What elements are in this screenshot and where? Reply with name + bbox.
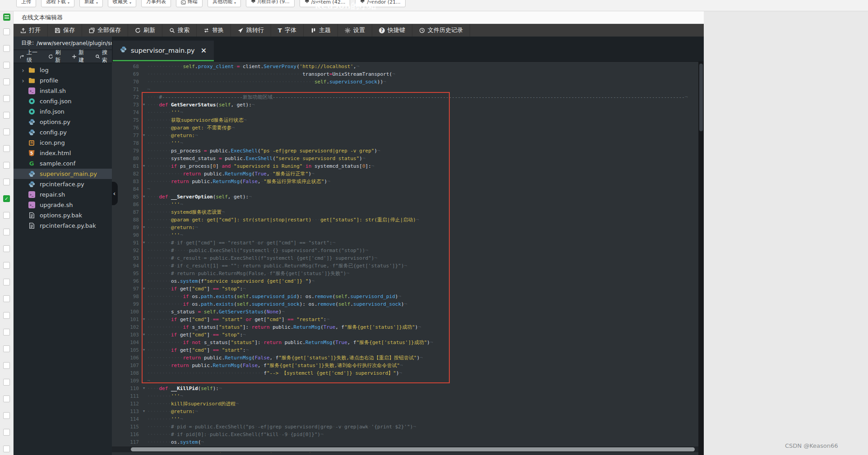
topbar-button-more-functions[interactable]: 其他功能▾ <box>208 0 241 7</box>
horizontal-scrollbar[interactable] <box>112 446 698 452</box>
directory-bar[interactable]: 目录: /www/server/panel/plugin/superv <box>14 37 112 50</box>
code-line-89[interactable]: 89▼········@return:¬ <box>112 224 698 231</box>
code-line-73[interactable]: 73▼····def·GetServerStatus(self,·get):¬ <box>112 101 698 109</box>
chevron-right-icon[interactable]: › <box>20 77 26 84</box>
code-line-97[interactable]: 97▼········if·get["cmd"]·==·"stop":¬ <box>112 285 698 293</box>
code-line-75[interactable]: 75········获取supervisord服务运行状态¬ <box>112 116 698 124</box>
file-checkbox-11[interactable] <box>3 212 10 219</box>
code-line-85[interactable]: 85▼····def·__ServerOption(self,·get):¬ <box>112 193 698 201</box>
refresh-button[interactable]: 刷新 <box>128 24 162 37</box>
code-line-115[interactable]: 115········#·pid·=·public.ExecShell("ps·… <box>112 423 698 431</box>
code-line-101[interactable]: 101▼········if·get["cmd"]·==·"start"·or·… <box>112 316 698 323</box>
file-checkbox-8[interactable] <box>3 162 10 169</box>
horizontal-scrollbar-thumb[interactable] <box>131 447 695 451</box>
tab-supervisor-main-py[interactable]: supervisor_main.py × <box>113 41 214 61</box>
code-line-74[interactable]: 74········'''¬ <box>112 109 698 116</box>
file-item-config.py[interactable]: config.py <box>14 127 112 138</box>
fold-arrow-icon[interactable]: ▼ <box>141 101 147 109</box>
file-checkbox-24[interactable] <box>3 429 10 436</box>
topbar-button-terminal[interactable]: 终端 <box>176 0 203 7</box>
code-line-86[interactable]: 86········'''¬ <box>112 201 698 208</box>
code-line-80[interactable]: 80········systemcd_status·=·public.ExecS… <box>112 155 698 162</box>
code-line-95[interactable]: 95········#·return·public.ReturnMsg(Fals… <box>112 270 698 277</box>
code-line-98[interactable]: 98············if·os.path.exists(self.sup… <box>112 293 698 300</box>
goto-line-button[interactable]: 跳转行 <box>231 24 271 37</box>
vertical-scrollbar-thumb[interactable] <box>699 64 703 131</box>
code-line-114[interactable]: 114········'''¬ <box>112 415 698 423</box>
topbar-button-remote-download[interactable]: 远程下载▾ <box>41 0 74 7</box>
file-item-supervisor_main.py[interactable]: supervisor_main.py <box>14 169 112 179</box>
file-item-rpcinterface.py.bak[interactable]: rpcinterface.py.bak <box>14 221 112 231</box>
topbar-button-new[interactable]: 新建▾ <box>79 0 103 7</box>
fold-arrow-icon[interactable]: ▼ <box>141 346 147 354</box>
code-line-100[interactable]: 100········s_status·=·self.GetServerStat… <box>112 308 698 316</box>
chevron-right-icon[interactable]: › <box>20 67 26 74</box>
code-line-116[interactable]: 116········#·if·pid[0]:·public.ExecShell… <box>112 431 698 438</box>
file-item-repair.sh[interactable]: >_repair.sh <box>14 189 112 200</box>
code-line-111[interactable]: 111········'''¬ <box>112 392 698 400</box>
fold-arrow-icon[interactable]: ▼ <box>141 285 147 293</box>
fold-arrow-icon[interactable]: ▼ <box>141 239 147 247</box>
file-checkbox-16[interactable] <box>3 295 10 302</box>
fold-arrow-icon[interactable]: ▼ <box>141 385 147 392</box>
code-line-109[interactable]: 109¬ <box>112 377 698 385</box>
fold-arrow-icon[interactable]: ▼ <box>141 193 147 201</box>
file-item-options.py.bak[interactable]: options.py.bak <box>14 210 112 221</box>
code-line-87[interactable]: 87········systemd服务状态设置¬ <box>112 208 698 216</box>
sidebar-action-new[interactable]: 新建 <box>72 49 88 64</box>
code-line-90[interactable]: 90········'''¬ <box>112 231 698 239</box>
file-item-upgrade.sh[interactable]: >_upgrade.sh <box>14 200 112 210</box>
code-line-112[interactable]: 112········kill掉supervisord的进程¬ <box>112 400 698 408</box>
file-checkbox-4[interactable] <box>3 95 10 102</box>
code-line-107[interactable]: 107········return·public.ReturnMsg(False… <box>112 362 698 369</box>
topbar-button-favorites[interactable]: 收藏夹▾ <box>108 0 136 7</box>
open-button[interactable]: 打开 <box>14 24 48 37</box>
file-checkbox-10[interactable]: ✓ <box>3 195 10 202</box>
code-line-102[interactable]: 102············if·s_status["status"]:·re… <box>112 323 698 331</box>
file-checkbox-21[interactable] <box>3 379 10 386</box>
file-item-info.json[interactable]: info.json <box>14 106 112 117</box>
save-button[interactable]: 保存 <box>48 24 82 37</box>
file-checkbox-3[interactable] <box>3 78 10 85</box>
vertical-scrollbar[interactable] <box>698 62 704 455</box>
panel-green-icon[interactable] <box>3 14 10 21</box>
code-line-68[interactable]: 68············self.proxy_client·=·client… <box>112 63 698 70</box>
file-checkbox-23[interactable] <box>3 412 10 419</box>
code-line-76[interactable]: 76········@param·get:·不需要传参¬ <box>112 124 698 132</box>
search-button[interactable]: 搜索 <box>162 24 197 37</box>
file-item-index.html[interactable]: 5index.html <box>14 148 112 158</box>
code-line-93[interactable]: 93········#·c_result·=·public.ExecShell(… <box>112 254 698 262</box>
fold-arrow-icon[interactable]: ▼ <box>141 316 147 323</box>
sidebar-action-up-level[interactable]: 上一级 <box>20 49 42 64</box>
theme-button[interactable]: 主题 <box>304 24 338 37</box>
file-item-options.py[interactable]: options.py <box>14 117 112 127</box>
code-line-70[interactable]: 70······································… <box>112 78 698 86</box>
file-item-config.json[interactable]: config.json <box>14 96 112 106</box>
code-line-69[interactable]: 69······································… <box>112 70 698 78</box>
sidebar-action-refresh[interactable]: 刷新 <box>48 49 65 64</box>
font-button[interactable]: T字体 <box>271 24 304 37</box>
code-line-84[interactable]: 84¬ <box>112 185 698 193</box>
settings-button[interactable]: 设置 <box>338 24 372 37</box>
file-checkbox-0[interactable] <box>3 28 10 35</box>
file-checkbox-12[interactable] <box>3 229 10 235</box>
replace-button[interactable]: 替换 <box>197 24 231 37</box>
code-line-99[interactable]: 99············if·os.path.exists(self.sup… <box>112 300 698 308</box>
fold-arrow-icon[interactable]: ▼ <box>141 408 147 415</box>
file-history-button[interactable]: 文件历史记录 <box>412 24 470 37</box>
code-line-113[interactable]: 113▼········@return:¬ <box>112 408 698 415</box>
code-line-81[interactable]: 81▼········if·ps_process[0]·and·"supervi… <box>112 162 698 170</box>
file-item-sample.conf[interactable]: Gsample.conf <box>14 158 112 169</box>
code-line-94[interactable]: 94········#·if·c_result[1]·==·"":·return… <box>112 262 698 270</box>
file-checkbox-20[interactable] <box>3 362 10 369</box>
fold-arrow-icon[interactable]: ▼ <box>141 331 147 339</box>
code-line-71[interactable]: 71¬ <box>112 86 698 93</box>
code-line-104[interactable]: 104············if·not·s_status["status"]… <box>112 339 698 346</box>
shortcuts-button[interactable]: ?快捷键 <box>372 24 412 37</box>
code-line-105[interactable]: 105▼········if·get["cmd"]·==·"start":¬ <box>112 346 698 354</box>
code-line-78[interactable]: 78········'''¬ <box>112 139 698 147</box>
code-line-83[interactable]: 83········return·public.ReturnMsg(False,… <box>112 178 698 185</box>
file-checkbox-1[interactable] <box>3 45 10 52</box>
code-line-106[interactable]: 106············return·public.ReturnMsg(F… <box>112 354 698 362</box>
code-line-91[interactable]: 91▼········#·if·get["cmd"]·==·"restart"·… <box>112 239 698 247</box>
